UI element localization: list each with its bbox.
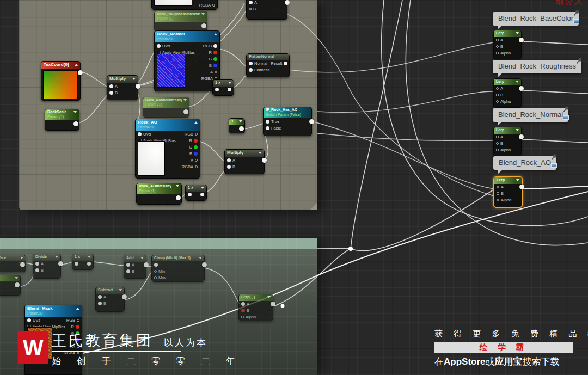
pin-normal[interactable] bbox=[249, 62, 253, 65]
pin-b[interactable] bbox=[35, 268, 39, 272]
pin-output[interactable] bbox=[74, 121, 78, 126]
material-graph-canvas[interactable]: 细分入 bbox=[0, 0, 588, 375]
pin-rgb[interactable] bbox=[213, 44, 217, 48]
pin-uvs[interactable] bbox=[157, 44, 161, 48]
pin-output[interactable] bbox=[285, 0, 290, 5]
pin-output[interactable] bbox=[78, 70, 83, 75]
pin-icon[interactable] bbox=[576, 57, 583, 65]
pin-output[interactable] bbox=[519, 185, 524, 189]
pin-output[interactable] bbox=[200, 193, 204, 196]
pin-b[interactable] bbox=[496, 142, 499, 145]
node-lerp-roughness[interactable]: Lerp A B Alpha bbox=[493, 78, 522, 108]
pin-icon[interactable] bbox=[573, 9, 580, 17]
node-rock-normal-intensity[interactable]: Rock_NormalIntensity Param (1) bbox=[143, 97, 189, 118]
pin-output[interactable] bbox=[239, 126, 244, 131]
node-lerp-basecolor[interactable]: Lerp A B Alpha bbox=[493, 30, 522, 59]
node-multiply-uv[interactable]: Multiply A B bbox=[107, 75, 138, 100]
pin-output[interactable] bbox=[228, 88, 231, 91]
pin-alpha[interactable] bbox=[497, 199, 499, 201]
pin-a[interactable] bbox=[195, 159, 198, 162]
pin-b[interactable] bbox=[126, 269, 130, 273]
pin-input[interactable] bbox=[188, 193, 192, 196]
pin-true[interactable] bbox=[266, 120, 270, 124]
node-texcoord[interactable]: TexCoord[0] bbox=[41, 61, 81, 101]
pin-r[interactable] bbox=[213, 51, 217, 54]
pin-a[interactable] bbox=[35, 262, 39, 266]
pin-b[interactable] bbox=[496, 45, 499, 48]
pin-g[interactable] bbox=[194, 145, 198, 149]
pin-r[interactable] bbox=[194, 139, 198, 143]
pin-a[interactable] bbox=[496, 39, 499, 41]
pin-a[interactable] bbox=[109, 84, 113, 88]
pin-output[interactable] bbox=[519, 38, 524, 42]
node-lerp-ao-selected[interactable]: Lerp A B Alpha bbox=[493, 176, 523, 208]
pin-a[interactable] bbox=[227, 158, 231, 162]
pin-icon[interactable] bbox=[551, 153, 558, 161]
node-rock-roughness-intensity[interactable]: Rock_RoughnessIntensity Param (1) bbox=[154, 11, 207, 32]
pin-a[interactable] bbox=[241, 302, 245, 306]
node-multiply-ao[interactable]: Multiply A B bbox=[224, 149, 265, 174]
pin-b[interactable] bbox=[496, 94, 499, 96]
pin-rgb[interactable] bbox=[77, 319, 79, 322]
pin-alpha[interactable] bbox=[241, 316, 244, 318]
pin-a[interactable] bbox=[126, 263, 130, 267]
comment-blend-rock-basecolor[interactable]: Blend_Rock_BaseColor bbox=[493, 12, 579, 26]
node-rock-roughness-clipped[interactable]: RGBA bbox=[151, 0, 218, 10]
pin-rgba[interactable] bbox=[212, 4, 215, 7]
comment-blend-rock-roughness[interactable]: Blend_Rock_Roughness bbox=[493, 60, 581, 73]
node-lerp-mask[interactable]: Lerp( , ) A B Alpha bbox=[238, 294, 273, 321]
pin-rgb[interactable] bbox=[195, 133, 198, 136]
pin-b[interactable] bbox=[249, 8, 252, 10]
pin-input[interactable] bbox=[75, 262, 78, 266]
node-oneminus-mask[interactable]: 1-x bbox=[72, 254, 94, 270]
pin-b[interactable] bbox=[241, 309, 245, 312]
node-constant-one[interactable]: 1 bbox=[229, 118, 245, 133]
comment-blend-rock-ao[interactable]: Blend_Rock_AO bbox=[493, 156, 556, 170]
pin-output[interactable] bbox=[136, 84, 140, 89]
pin-output[interactable] bbox=[201, 23, 206, 28]
pin-output[interactable] bbox=[176, 195, 181, 200]
pin-output[interactable] bbox=[15, 282, 20, 287]
pin-uvs[interactable] bbox=[27, 318, 31, 322]
node-clamp[interactable]: Clamp (Min 0) (Max 1) Min Max bbox=[151, 255, 205, 282]
node-rock-ao-intensity[interactable]: Rock_AOIntensity Param (1) bbox=[136, 183, 182, 205]
pin-output[interactable] bbox=[519, 86, 524, 91]
pin-a[interactable] bbox=[98, 295, 102, 299]
node-clipped-param[interactable]: …face bbox=[0, 275, 21, 296]
pin-a[interactable] bbox=[215, 71, 217, 73]
pin-b[interactable] bbox=[497, 192, 499, 195]
pin-alpha[interactable] bbox=[496, 52, 499, 54]
pin-output[interactable] bbox=[309, 119, 314, 124]
pin-output[interactable] bbox=[183, 109, 188, 114]
pin-output[interactable] bbox=[519, 134, 524, 139]
node-rockscale[interactable]: RockScale Param (1) bbox=[45, 109, 79, 131]
pin-b[interactable] bbox=[194, 152, 198, 156]
pin-r[interactable] bbox=[76, 325, 79, 329]
pin-result[interactable] bbox=[284, 62, 287, 65]
pin-icon[interactable] bbox=[563, 106, 570, 113]
node-rock-normal[interactable]: Rock_Normal Param2D UVs RGB Apply View M… bbox=[154, 30, 220, 91]
pin-rgba[interactable] bbox=[77, 352, 79, 354]
node-add[interactable]: Add A B bbox=[124, 255, 146, 279]
pin-min[interactable] bbox=[154, 270, 157, 273]
pin-output[interactable] bbox=[87, 262, 91, 266]
pin-input[interactable] bbox=[154, 263, 158, 267]
node-lerp-normal[interactable]: Lerp A B Alpha bbox=[493, 127, 522, 156]
comment-blend-rock-normal[interactable]: Blend_Rock_Normal bbox=[493, 108, 568, 122]
node-rock-ao[interactable]: Rock_AO Param2D UVs RGB Apply View MipBi… bbox=[135, 119, 200, 179]
pin-b[interactable] bbox=[109, 91, 113, 95]
reroute-dot[interactable] bbox=[348, 247, 353, 251]
pin-alpha[interactable] bbox=[496, 100, 499, 103]
pin-g[interactable] bbox=[213, 57, 217, 61]
pin-output[interactable] bbox=[20, 262, 25, 267]
node-oneminus-ao[interactable]: 1-x bbox=[185, 185, 207, 201]
pin-false[interactable] bbox=[266, 126, 270, 130]
node-flatten-normal[interactable]: FlattenNormal Normal Result Flatness bbox=[246, 53, 290, 77]
pin-a[interactable] bbox=[249, 1, 253, 4]
pin-rgba[interactable] bbox=[195, 165, 198, 168]
node-subtract[interactable]: Subtract A B bbox=[95, 287, 125, 312]
pin-b[interactable] bbox=[227, 165, 231, 169]
pin-output[interactable] bbox=[262, 158, 267, 163]
pin-a[interactable] bbox=[496, 87, 499, 90]
pin-max[interactable] bbox=[154, 276, 157, 279]
